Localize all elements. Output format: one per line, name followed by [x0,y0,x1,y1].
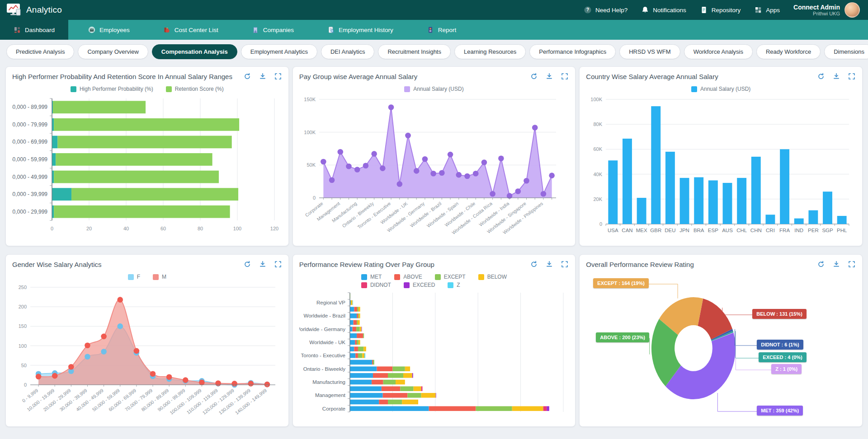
legend-item-m[interactable]: M [153,274,166,280]
svg-text:40: 40 [123,226,129,231]
svg-text:100: 100 [19,343,27,348]
repository-button[interactable]: Repository [700,6,741,14]
legend-item-z[interactable]: Z [448,282,460,288]
card-title: Performance Review Rating Over Pay Group [299,261,434,268]
bell-icon [641,6,649,14]
legend-label: EXCEPT [444,274,466,280]
svg-text:40K: 40K [594,171,603,177]
legend-label: ABOVE [403,274,422,280]
tab-dashboard[interactable]: Dashboard [0,20,68,40]
svg-text:60,000 - 69,999: 60,000 - 69,999 [12,139,47,145]
legend-item-didnot[interactable]: DIDNOT [361,282,391,288]
refresh-button[interactable] [817,72,825,80]
svg-text:40,000 - 49,999: 40,000 - 49,999 [12,173,47,180]
download-button[interactable] [832,260,840,268]
legend-item-below[interactable]: BELOW [478,274,507,280]
card-overall-performance-rating: Overall Performance Review RatingEXCEPT … [579,254,863,427]
legend-item-exceed[interactable]: EXCEED [404,282,435,288]
refresh-button[interactable] [817,260,825,268]
card-header: Country Wise Salary Average Annual Salar… [586,72,856,80]
header-actions: ?Need Help?NotificationsRepositoryAppsCo… [584,2,860,18]
pill-dei-analytics[interactable]: DEI Analytics [321,44,375,59]
fullscreen-button[interactable] [274,260,282,268]
pill-ready-workforce[interactable]: Ready Workforce [756,44,821,59]
refresh-icon [817,72,825,80]
refresh-icon [243,260,251,268]
download-button[interactable] [259,72,267,80]
tab-cost-center-list[interactable]: Cost Center List [150,20,232,40]
legend-label: Annual Salary (USD) [413,86,463,92]
pill-workforce-analysis[interactable]: Workforce Analysis [684,44,753,59]
svg-text:GBR: GBR [651,228,662,233]
card-title: Gender Wise Salary Analytics [12,261,102,268]
legend-item-f[interactable]: F [128,274,140,280]
tab-employees[interactable]: Employees [75,20,143,40]
refresh-button[interactable] [530,72,538,80]
tab-label: Report [438,27,457,33]
pill-compensation-analysis[interactable]: Compensation Analysis [152,44,237,59]
fullscreen-button[interactable] [561,260,569,268]
download-button[interactable] [545,72,553,80]
pill-hrsd-vs-wfm[interactable]: HRSD VS WFM [619,44,680,59]
legend-item-annual-salary-usd[interactable]: Annual Salary (USD) [691,86,750,92]
card-title: Pay Group wise Average Annual Salary [299,73,418,80]
svg-text:Worldwide - Germany: Worldwide - Germany [299,326,345,332]
card-gender-salary-analytics: Gender Wise Salary AnalyticsFM0501001502… [5,254,289,427]
notifications-button[interactable]: Notifications [641,6,686,14]
area-chart: 050K100K150KCorporateManagementManufactu… [299,96,570,237]
donut-label-below: BELOW : 131 (15%) [752,309,806,319]
tab-companies[interactable]: Companies [238,20,307,40]
card-header: Performance Review Rating Over Pay Group [299,260,569,268]
svg-text:Management: Management [315,392,346,398]
pill-dimensions[interactable]: Dimensions [824,44,868,59]
pill-company-overview[interactable]: Company Overview [78,44,148,59]
download-button[interactable] [545,260,553,268]
pill-performance-infographics[interactable]: Performance Infographics [529,44,616,59]
svg-text:?: ? [586,7,589,12]
legend-item-retention-score[interactable]: Retention Score (%) [166,86,224,92]
chart-performance-rating-paygroup: Regional VPWorldwide - BrazilWorldwide -… [299,292,569,417]
legend-item-met[interactable]: MET [361,274,382,280]
pill-recruitment-insights[interactable]: Recruitment Insights [378,44,451,59]
user-org: Prithwi UKG [793,11,840,16]
tab-report[interactable]: Report [413,20,470,40]
apps-button[interactable]: Apps [754,6,780,14]
svg-text:80,000 - 89,999: 80,000 - 89,999 [12,104,47,110]
pill-employment-analytics[interactable]: Employment Analytics [241,44,317,59]
tab-employment-history[interactable]: Employment History [314,20,407,40]
fullscreen-button[interactable] [274,72,282,80]
legend-item-high-performer-probability[interactable]: High Performer Probability (%) [71,86,153,92]
legend-swatch [394,274,400,280]
card-country-average-salary: Country Wise Salary Average Annual Salar… [579,66,863,246]
fullscreen-button[interactable] [848,72,856,80]
refresh-button[interactable] [530,260,538,268]
chart-legend: METABOVEEXCEPTBELOWDIDNOTEXCEEDZ [299,272,569,290]
card-actions [243,260,282,268]
fullscreen-button[interactable] [561,72,569,80]
download-icon [545,260,553,268]
fullscreen-icon [561,260,569,268]
pill-predictive-analysis[interactable]: Predictive Analysis [6,44,74,59]
refresh-button[interactable] [243,260,251,268]
tab-label: Employees [99,27,130,33]
bar-chart: 02040608010012080,000 - 89,99970,000 - 7… [12,96,283,236]
svg-text:JPN: JPN [680,228,690,233]
card-title: High Performer Probability And Retention… [12,73,232,80]
legend-item-except[interactable]: EXCEPT [435,274,466,280]
legend-swatch [435,274,441,280]
download-button[interactable] [259,260,267,268]
chart-gender-salary-analytics: 0501001502002500 - 9,99910,000 - 19,9992… [12,284,282,421]
fullscreen-button[interactable] [848,260,856,268]
user-menu[interactable]: Connect AdminPrithwi UKG [793,2,860,18]
legend-item-above[interactable]: ABOVE [394,274,422,280]
download-button[interactable] [832,72,840,80]
help-button[interactable]: ?Need Help? [584,6,627,14]
svg-text:20,000 - 29,999: 20,000 - 29,999 [42,388,71,412]
card-header: Overall Performance Review Rating [586,260,856,268]
download-icon [259,72,267,80]
svg-text:AUS: AUS [722,228,733,233]
legend-item-annual-salary-usd[interactable]: Annual Salary (USD) [404,86,463,92]
refresh-button[interactable] [243,72,251,80]
card-actions [817,260,856,268]
pill-learning-resources[interactable]: Learning Resources [454,44,526,59]
